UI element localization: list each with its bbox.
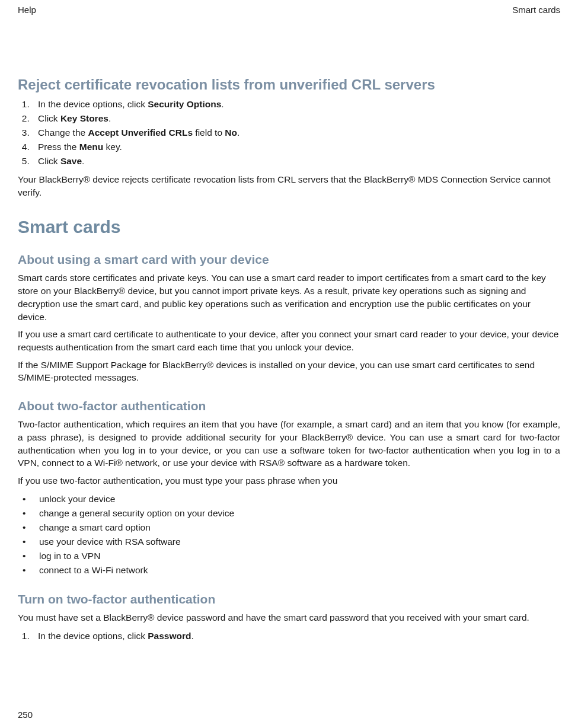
para-turn-on-two-factor: You must have set a BlackBerry® device p…: [18, 611, 560, 624]
step-text: In the device options, click: [38, 99, 148, 109]
list-item: change a general security option on your…: [20, 506, 560, 521]
list-item: Change the Accept Unverified CRLs field …: [32, 126, 560, 140]
step-bold: Save: [60, 156, 82, 166]
heading-smart-cards: Smart cards: [18, 216, 560, 238]
step-text: field to: [193, 127, 225, 138]
para-about-smart-card-3: If the S/MIME Support Package for BlackB…: [18, 359, 560, 384]
bullet-text: change a general security option on your…: [39, 508, 234, 518]
heading-reject-crl: Reject certificate revocation lists from…: [18, 76, 560, 94]
note-reject-crl: Your BlackBerry® device rejects certific…: [18, 173, 560, 199]
list-item: connect to a Wi-Fi network: [20, 563, 560, 577]
para-about-smart-card-1: Smart cards store certificates and priva…: [18, 272, 560, 323]
step-bold: Key Stores: [60, 113, 108, 123]
step-text: .: [108, 113, 111, 123]
step-text: Change the: [38, 127, 88, 138]
step-text: key.: [103, 142, 122, 152]
list-item: change a smart card option: [20, 521, 560, 535]
step-text: .: [82, 156, 84, 166]
step-bold: Accept Unverified CRLs: [88, 127, 193, 138]
bullet-text: use your device with RSA software: [39, 537, 181, 547]
steps-reject-crl: In the device options, click Security Op…: [18, 97, 560, 168]
step-bold: Menu: [79, 142, 103, 152]
bullet-text: log in to a VPN: [39, 551, 100, 561]
heading-two-factor: About two-factor authentication: [18, 398, 560, 413]
bullets-two-factor: unlock your device change a general secu…: [18, 492, 560, 577]
step-text: Click: [38, 113, 60, 123]
header-left: Help: [18, 5, 36, 15]
bullet-text: change a smart card option: [39, 522, 151, 532]
step-bold: Security Options: [148, 99, 221, 109]
header-right: Smart cards: [512, 5, 560, 15]
para-two-factor-1: Two-factor authentication, which require…: [18, 418, 560, 470]
list-item: log in to a VPN: [20, 549, 560, 563]
list-item: unlock your device: [20, 492, 560, 506]
list-item: use your device with RSA software: [20, 535, 560, 549]
list-item: Click Save.: [32, 154, 560, 168]
step-text: .: [237, 127, 239, 138]
para-two-factor-2: If you use two-factor authentication, yo…: [18, 474, 560, 487]
step-bold: No: [225, 127, 237, 138]
list-item: Click Key Stores.: [32, 111, 560, 126]
heading-turn-on-two-factor: Turn on two-factor authentication: [18, 592, 560, 606]
step-text: Press the: [38, 142, 79, 152]
bullet-text: connect to a Wi-Fi network: [39, 565, 148, 575]
page-header: Help Smart cards: [18, 0, 560, 62]
step-text: .: [221, 99, 223, 109]
list-item: In the device options, click Password.: [32, 629, 560, 643]
step-text: In the device options, click: [38, 631, 148, 641]
step-bold: Password: [148, 631, 191, 641]
heading-about-smart-card: About using a smart card with your devic…: [18, 252, 560, 267]
step-text: Click: [38, 156, 60, 166]
page-number: 250: [18, 710, 33, 720]
page: Help Smart cards Reject certificate revo…: [0, 0, 578, 728]
list-item: In the device options, click Security Op…: [32, 97, 560, 111]
list-item: Press the Menu key.: [32, 140, 560, 154]
para-about-smart-card-2: If you use a smart card certificate to a…: [18, 328, 560, 353]
bullet-text: unlock your device: [39, 494, 115, 504]
steps-turn-on-two-factor: In the device options, click Password.: [18, 629, 560, 643]
step-text: .: [191, 631, 193, 641]
